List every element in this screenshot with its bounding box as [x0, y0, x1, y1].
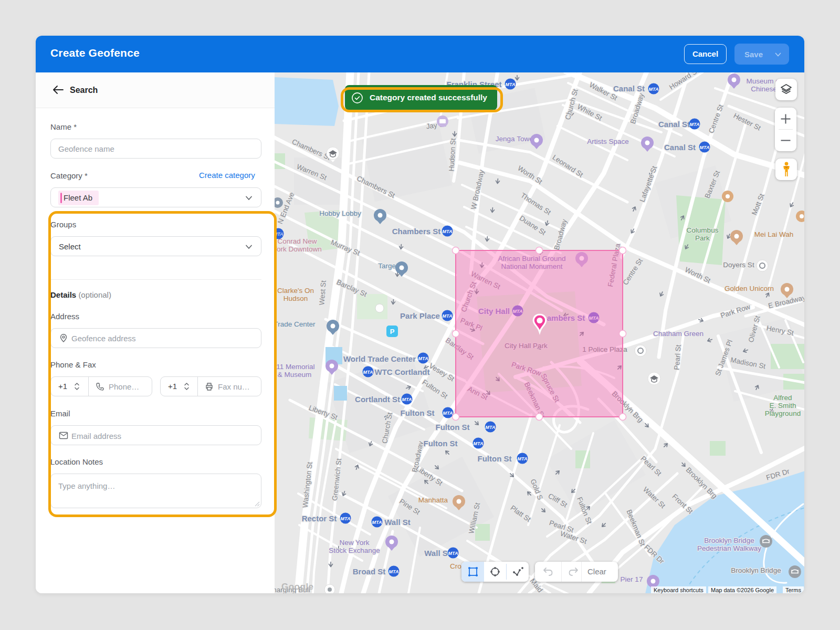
- svg-text:Chinese: Chinese: [751, 85, 777, 93]
- svg-text:Fulton St: Fulton St: [436, 423, 470, 432]
- svg-text:Cortlandt St: Cortlandt St: [355, 395, 400, 404]
- svg-text:MTA: MTA: [443, 229, 453, 234]
- svg-text:MTA: MTA: [690, 122, 700, 127]
- svg-text:Manhatta: Manhatta: [418, 496, 448, 504]
- svg-text:Stock Exchange: Stock Exchange: [329, 547, 380, 554]
- svg-text:Wall St: Wall St: [384, 518, 410, 527]
- svg-text:MTA: MTA: [443, 411, 453, 416]
- svg-text:E. Smith: E. Smith: [769, 402, 796, 410]
- svg-text:MTA: MTA: [518, 456, 528, 461]
- svg-text:WTC Cortlandt: WTC Cortlandt: [375, 368, 430, 376]
- svg-text:Park: Park: [695, 234, 710, 242]
- svg-text:Clarke's On: Clarke's On: [277, 287, 314, 295]
- svg-text:Canal St: Canal St: [664, 143, 696, 152]
- svg-text:Pedestrian Walkway: Pedestrian Walkway: [697, 544, 761, 552]
- svg-text:MTA: MTA: [474, 441, 484, 446]
- svg-text:Hobby Lobby: Hobby Lobby: [319, 209, 361, 217]
- svg-text:MTA: MTA: [402, 397, 412, 402]
- svg-text:& Museum: & Museum: [278, 371, 312, 379]
- svg-text:Alfred: Alfred: [773, 394, 792, 402]
- svg-text:MTA: MTA: [275, 232, 283, 237]
- svg-text:Conrad New: Conrad New: [277, 237, 317, 245]
- svg-text:Park Place: Park Place: [400, 311, 440, 320]
- svg-text:Rector St: Rector St: [302, 514, 337, 523]
- svg-text:MTA: MTA: [389, 569, 399, 574]
- svg-text:Columbus: Columbus: [687, 226, 719, 234]
- svg-text:P: P: [390, 328, 395, 335]
- svg-text:MTA: MTA: [700, 145, 710, 150]
- svg-text:Cro: Cro: [450, 562, 461, 570]
- svg-text:MTA: MTA: [443, 313, 453, 319]
- svg-text:MTA: MTA: [341, 516, 351, 521]
- svg-text:MTA: MTA: [418, 356, 428, 361]
- svg-text:Chatham Green: Chatham Green: [653, 330, 704, 338]
- svg-text:Canal St: Canal St: [613, 84, 645, 93]
- svg-text:Hudson: Hudson: [284, 295, 308, 302]
- svg-text:Fulton St: Fulton St: [401, 408, 435, 417]
- svg-text:Playground: Playground: [765, 410, 801, 417]
- svg-text:Mei Lai Wah: Mei Lai Wah: [754, 230, 794, 238]
- svg-text:Doyers St: Doyers St: [723, 261, 754, 269]
- svg-text:Fulton St: Fulton St: [424, 439, 458, 448]
- svg-text:MTA: MTA: [506, 82, 516, 87]
- svg-text:MTA: MTA: [486, 425, 496, 430]
- svg-text:Brooklyn Bridge: Brooklyn Bridge: [704, 537, 754, 544]
- svg-text:World Trade Center: World Trade Center: [343, 354, 416, 363]
- svg-text:Pier 17: Pier 17: [621, 575, 643, 583]
- svg-text:New York: New York: [339, 539, 369, 547]
- svg-text:Brooklyn Bridge: Brooklyn Bridge: [731, 566, 781, 574]
- svg-text:Target: Target: [378, 262, 398, 270]
- svg-text:MTA: MTA: [649, 87, 659, 92]
- svg-text:MTA: MTA: [448, 551, 458, 556]
- svg-text:York Downtown: York Downtown: [275, 245, 322, 253]
- svg-text:Chambers St: Chambers St: [392, 227, 441, 236]
- svg-text:Wall St: Wall St: [424, 549, 450, 558]
- svg-text:Jenga Tower: Jenga Tower: [496, 135, 536, 143]
- svg-text:Fulton St: Fulton St: [478, 454, 512, 463]
- svg-text:Canal St: Canal St: [658, 120, 690, 129]
- svg-text:Trade Center: Trade Center: [275, 320, 316, 328]
- svg-text:Broad St: Broad St: [353, 567, 386, 576]
- svg-text:Golden Unicorn: Golden Unicorn: [724, 285, 774, 292]
- svg-text:MTA: MTA: [363, 370, 373, 375]
- svg-text:Artists Space: Artists Space: [587, 138, 629, 145]
- svg-text:/11 Memorial: /11 Memorial: [275, 363, 315, 371]
- svg-text:MTA: MTA: [372, 520, 382, 525]
